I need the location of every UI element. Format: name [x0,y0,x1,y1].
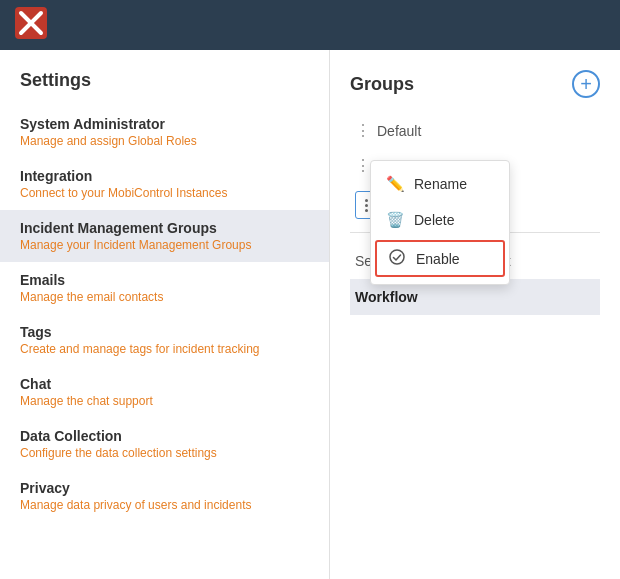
sidebar-item-title: Chat [20,376,309,392]
topbar [0,0,620,50]
sidebar-item-title: System Administrator [20,116,309,132]
group-item-default: ⋮ Default [350,113,600,148]
sidebar-item-title: Incident Management Groups [20,220,309,236]
content-area: Groups + ⋮ Default ⋮ In Progress New Inc… [330,50,620,579]
content-title: Groups [350,74,414,95]
sidebar-item-title: Emails [20,272,309,288]
sidebar-item-emails[interactable]: Emails Manage the email contacts [0,262,329,314]
sidebar-item-privacy[interactable]: Privacy Manage data privacy of users and… [0,470,329,522]
group-name: Default [377,123,421,139]
sidebar-item-subtitle: Configure the data collection settings [20,446,309,460]
menu-item-label: Rename [414,176,467,192]
sidebar-item-tags[interactable]: Tags Create and manage tags for incident… [0,314,329,366]
group-dots-default[interactable]: ⋮ [355,121,369,140]
sidebar-item-integration[interactable]: Integration Connect to your MobiControl … [0,158,329,210]
sidebar-item-title: Data Collection [20,428,309,444]
context-menu-item-delete[interactable]: 🗑️ Delete [371,202,509,238]
sidebar-item-data-collection[interactable]: Data Collection Configure the data colle… [0,418,329,470]
context-menu-item-rename[interactable]: ✏️ Rename [371,166,509,202]
menu-item-label: Delete [414,212,454,228]
sidebar-item-chat[interactable]: Chat Manage the chat support [0,366,329,418]
menu-item-label: Enable [416,251,460,267]
sidebar: Settings System Administrator Manage and… [0,50,330,579]
sidebar-item-system-administrator[interactable]: System Administrator Manage and assign G… [0,106,329,158]
sidebar-item-subtitle: Manage and assign Global Roles [20,134,309,148]
group-dots-in-progress[interactable]: ⋮ [355,156,369,175]
content-header: Groups + [350,70,600,98]
trash-icon: 🗑️ [386,211,404,229]
pencil-icon: ✏️ [386,175,404,193]
svg-point-3 [390,250,404,264]
sidebar-item-subtitle: Manage the email contacts [20,290,309,304]
sidebar-item-title: Privacy [20,480,309,496]
sidebar-item-title: Tags [20,324,309,340]
check-circle-icon [388,249,406,268]
app-logo [15,7,47,43]
sidebar-item-subtitle: Manage your Incident Management Groups [20,238,309,252]
context-menu-item-enable[interactable]: Enable [375,240,505,277]
main-layout: Settings System Administrator Manage and… [0,50,620,579]
sidebar-item-subtitle: Connect to your MobiControl Instances [20,186,309,200]
sidebar-item-title: Integration [20,168,309,184]
sidebar-item-subtitle: Create and manage tags for incident trac… [20,342,309,356]
add-group-button[interactable]: + [572,70,600,98]
sidebar-title: Settings [0,70,329,106]
sidebar-item-subtitle: Manage the chat support [20,394,309,408]
sidebar-item-incident-management-groups[interactable]: Incident Management Groups Manage your I… [0,210,329,262]
sidebar-item-subtitle: Manage data privacy of users and inciden… [20,498,309,512]
context-menu: ✏️ Rename 🗑️ Delete Enable [370,160,510,285]
